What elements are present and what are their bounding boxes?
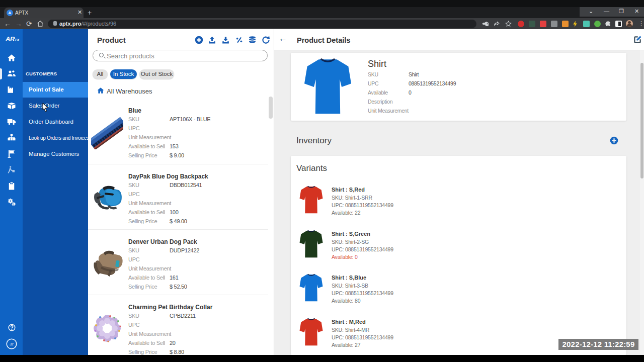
svg-text:JZ: JZ [9, 342, 14, 346]
